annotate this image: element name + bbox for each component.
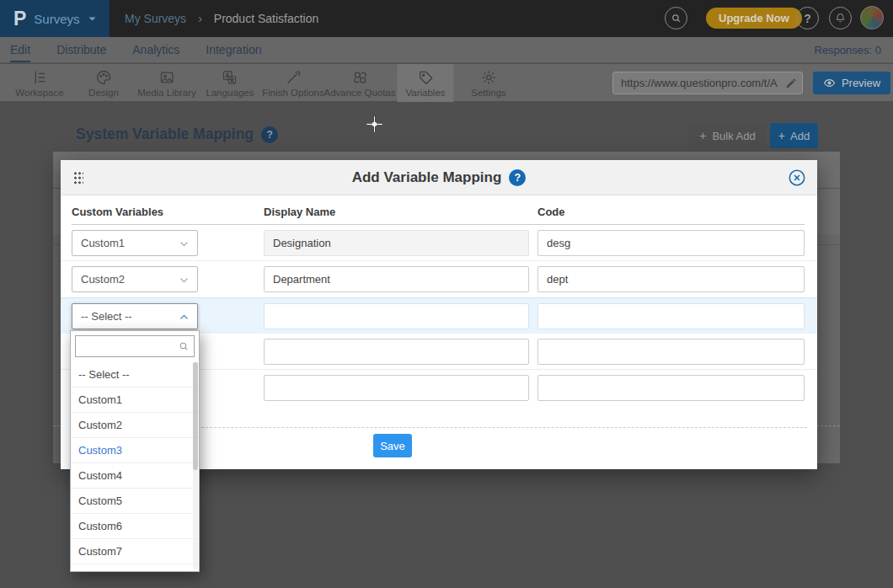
selected-value: Custom1 <box>81 237 125 249</box>
dropdown-search-input[interactable] <box>75 335 195 357</box>
code-input[interactable] <box>537 375 805 401</box>
chevron-down-icon <box>88 14 97 24</box>
breadcrumb-my-surveys[interactable]: My Surveys <box>125 12 186 25</box>
settings-icon <box>480 69 497 86</box>
toolbar-item-label: Design <box>88 88 119 98</box>
modal-help-icon[interactable]: ? <box>509 169 526 186</box>
search-icon <box>670 12 682 24</box>
mapping-row-1: Custom1 <box>61 225 817 261</box>
toolbar-item-settings[interactable]: Settings <box>463 64 515 102</box>
display-name-input[interactable] <box>264 230 529 256</box>
toolbar-item-languages[interactable]: Languages <box>198 64 263 102</box>
column-headers: Custom Variables Display Name Code <box>72 203 805 225</box>
search-button[interactable] <box>665 7 687 29</box>
tab-analytics[interactable]: Analytics <box>132 37 179 62</box>
display-name-input[interactable] <box>264 375 529 401</box>
dropdown-option-custom2[interactable]: Custom2 <box>71 413 199 438</box>
notifications-button[interactable] <box>829 7 852 29</box>
toolbar-item-variables[interactable]: Variables <box>397 64 453 102</box>
tab-integration[interactable]: Integration <box>206 37 261 62</box>
tab-distribute[interactable]: Distribute <box>56 37 106 62</box>
languages-icon <box>222 69 238 86</box>
toolbar-item-advance-quotas[interactable]: Advance Quotas <box>315 64 404 102</box>
mapping-row-2: Custom2 <box>61 261 817 297</box>
selected-value: Custom2 <box>81 273 125 286</box>
dropdown-option-custom3[interactable]: Custom3 <box>71 438 199 463</box>
eye-icon <box>823 77 836 89</box>
add-variable-mapping-modal: Add Variable Mapping ? Custom Variables … <box>61 160 817 469</box>
toolbar-item-label: Languages <box>206 88 254 98</box>
dropdown-option-custom5[interactable]: Custom5 <box>71 489 199 514</box>
dropdown-option--select-[interactable]: -- Select -- <box>71 362 199 388</box>
add-label: Add <box>790 130 810 142</box>
bulk-add-button[interactable]: + Bulk Add <box>689 123 766 148</box>
page-help-icon[interactable]: ? <box>261 126 278 143</box>
workspace-icon <box>31 69 48 86</box>
responses-count: Responses: 0 <box>815 37 882 62</box>
advance-quotas-icon <box>351 69 368 86</box>
questionpro-logo: P <box>13 9 26 29</box>
finish-options-icon <box>285 69 302 86</box>
bulk-add-label: Bulk Add <box>712 130 755 142</box>
display-name-input[interactable] <box>264 303 529 329</box>
modal-header: Add Variable Mapping ? <box>61 160 817 195</box>
custom-variable-select[interactable]: Custom1 <box>72 230 198 256</box>
help-icon: ? <box>804 12 811 25</box>
mapping-row-3: -- Select -- <box>61 297 817 334</box>
design-icon <box>95 69 112 86</box>
dropdown-option-custom7[interactable]: Custom7 <box>71 539 199 564</box>
custom-variable-select[interactable]: -- Select -- <box>72 303 198 329</box>
toolbar-item-label: Variables <box>405 88 445 98</box>
dropdown-option-custom4[interactable]: Custom4 <box>71 463 199 489</box>
code-input[interactable] <box>537 230 805 256</box>
mouse-cursor-crosshair <box>366 115 383 133</box>
plus-icon: + <box>778 130 785 142</box>
column-header-custom-variables: Custom Variables <box>72 206 163 218</box>
toolbar-item-label: Advance Quotas <box>324 88 395 98</box>
help-button[interactable]: ? <box>796 7 819 29</box>
search-icon <box>178 340 190 352</box>
top-bar: P Surveys My Surveys › Product Satisfact… <box>0 0 893 37</box>
breadcrumb-current-survey: Product Satisfaction <box>214 12 319 25</box>
survey-url-input[interactable] <box>613 72 778 94</box>
code-input[interactable] <box>537 303 805 329</box>
save-button[interactable]: Save <box>373 434 412 457</box>
survey-nav-row: EditDistributeAnalyticsIntegration Respo… <box>0 37 893 63</box>
toolbar-item-label: Settings <box>471 88 506 98</box>
drag-handle-icon[interactable] <box>73 171 83 185</box>
tab-edit[interactable]: Edit <box>10 37 30 62</box>
edit-url-pencil-icon[interactable] <box>784 77 798 90</box>
user-avatar[interactable] <box>860 6 884 29</box>
display-name-input[interactable] <box>264 266 529 292</box>
dropdown-option-custom1[interactable]: Custom1 <box>71 388 199 413</box>
dropdown-search-box <box>75 335 195 357</box>
product-switcher-label: Surveys <box>34 12 79 26</box>
dropdown-option-custom6[interactable]: Custom6 <box>71 514 199 539</box>
code-input[interactable] <box>537 339 805 365</box>
questionpro-survey-editor: P Surveys My Surveys › Product Satisfact… <box>0 0 893 588</box>
dropdown-scrollbar[interactable] <box>193 362 198 569</box>
modal-close-button[interactable] <box>788 168 806 187</box>
preview-label: Preview <box>842 77 880 89</box>
toolbar-item-workspace[interactable]: Workspace <box>7 64 72 102</box>
survey-url-box <box>612 72 803 94</box>
add-button[interactable]: + Add <box>770 123 818 148</box>
code-input[interactable] <box>537 266 805 292</box>
custom-variable-select[interactable]: Custom2 <box>72 266 198 292</box>
display-name-input[interactable] <box>264 339 529 365</box>
chevron-down-icon <box>179 238 190 249</box>
product-switcher[interactable]: P Surveys <box>0 0 110 37</box>
selected-value: -- Select -- <box>81 310 132 323</box>
column-header-display-name: Display Name <box>264 206 335 218</box>
column-header-code: Code <box>537 206 565 218</box>
upgrade-now-button[interactable]: Upgrade Now <box>706 8 802 29</box>
bell-icon <box>834 12 847 24</box>
scrollbar-thumb[interactable] <box>193 362 198 470</box>
nav-tabs: EditDistributeAnalyticsIntegration <box>0 37 893 62</box>
toolbar-item-media-library[interactable]: Media Library <box>129 64 205 102</box>
plus-icon: + <box>699 130 706 142</box>
preview-button[interactable]: Preview <box>813 72 890 94</box>
custom-variable-dropdown-panel: -- Select --Custom1Custom2Custom3Custom4… <box>70 330 200 572</box>
toolbar-item-design[interactable]: Design <box>80 64 127 102</box>
dropdown-options-list: -- Select --Custom1Custom2Custom3Custom4… <box>71 362 199 564</box>
